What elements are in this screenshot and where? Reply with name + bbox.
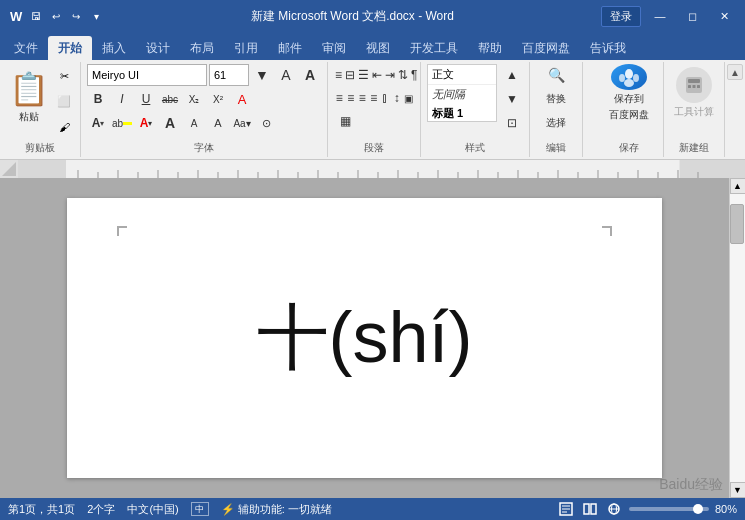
multilevel-button[interactable]: ☰ (357, 64, 370, 86)
scroll-up-arrow[interactable]: ▲ (730, 178, 746, 194)
shading-button[interactable]: ▣ (403, 87, 414, 109)
highlight-color-button[interactable]: ab (111, 112, 133, 134)
underline-button[interactable]: U (135, 88, 157, 110)
strikethrough-button[interactable]: abc (159, 88, 181, 110)
font-size-increase-button[interactable]: A (159, 112, 181, 134)
tab-insert[interactable]: 插入 (92, 36, 136, 60)
ribbon-collapse-area: ▲ (725, 62, 745, 157)
align-right-button[interactable]: ≡ (357, 87, 368, 109)
scroll-track[interactable] (730, 194, 745, 482)
save-baidu-label: 保存到 (614, 92, 644, 106)
style-scroll-up[interactable]: ▲ (501, 64, 523, 86)
zoom-slider[interactable] (629, 507, 709, 511)
font-name-input[interactable] (87, 64, 207, 86)
font-size-decrease-button[interactable]: A (183, 112, 205, 134)
ribbon-collapse-button[interactable]: ▲ (727, 64, 743, 80)
tab-mailings[interactable]: 邮件 (268, 36, 312, 60)
language-flag[interactable]: 中 (191, 502, 209, 516)
document-area: 十(shí) ▲ ▼ (0, 178, 745, 498)
document-content[interactable]: 十(shí) (257, 290, 473, 386)
tools-content: 工具计算 (670, 64, 718, 139)
svg-point-4 (633, 74, 639, 82)
superscript-button[interactable]: X² (207, 88, 229, 110)
borders-button[interactable]: ▦ (334, 110, 356, 132)
select-button[interactable]: 选择 (536, 112, 576, 134)
font-row2: B I U abc X₂ X² A (87, 88, 321, 110)
numbering-button[interactable]: ⊟ (344, 64, 356, 86)
ruler-corner[interactable] (0, 160, 18, 178)
minimize-button[interactable]: — (647, 6, 673, 26)
paste-button[interactable]: 📋 粘贴 (6, 64, 52, 130)
bullets-button[interactable]: ≡ (334, 64, 343, 86)
save-quick-icon[interactable]: 🖫 (28, 8, 44, 24)
read-mode-button[interactable] (581, 500, 599, 518)
font-row1: ▼ A A (87, 64, 321, 86)
tab-layout[interactable]: 布局 (180, 36, 224, 60)
format-painter-button[interactable]: 🖌 (54, 117, 74, 137)
paste-label: 粘贴 (19, 110, 39, 124)
style-scroll-down[interactable]: ▼ (501, 88, 523, 110)
tab-developer[interactable]: 开发工具 (400, 36, 468, 60)
show-marks-button[interactable]: ¶ (410, 64, 418, 86)
find-button[interactable]: 🔍 (536, 64, 576, 86)
restore-button[interactable]: ◻ (679, 6, 705, 26)
tab-review[interactable]: 审阅 (312, 36, 356, 60)
tab-view[interactable]: 视图 (356, 36, 400, 60)
scroll-thumb[interactable] (730, 204, 744, 244)
tab-tellme[interactable]: 告诉我 (580, 36, 636, 60)
tab-design[interactable]: 设计 (136, 36, 180, 60)
svg-point-5 (624, 79, 634, 87)
indent-increase-button[interactable]: ⇥ (384, 64, 396, 86)
redo-icon[interactable]: ↪ (68, 8, 84, 24)
text-effect-button[interactable]: A (207, 112, 229, 134)
svg-rect-9 (693, 85, 696, 88)
font-color-a-button[interactable]: A ▾ (135, 112, 157, 134)
horizontal-ruler (18, 160, 745, 178)
font-size-input[interactable] (209, 64, 249, 86)
style-selector[interactable]: 正文 无间隔 标题 1 (427, 64, 497, 122)
align-center-button[interactable]: ≡ (346, 87, 357, 109)
login-button[interactable]: 登录 (601, 6, 641, 27)
close-button[interactable]: ✕ (711, 6, 737, 26)
status-right-controls: 80% (557, 500, 737, 518)
undo-icon[interactable]: ↩ (48, 8, 64, 24)
save-to-baidu-button[interactable]: 保存到 百度网盘 (601, 64, 657, 122)
clear-format-button[interactable]: A (231, 88, 253, 110)
columns-button[interactable]: ⫿ (380, 87, 391, 109)
circle-format-button[interactable]: ⊙ (255, 112, 277, 134)
aa-button[interactable]: Aa▾ (231, 112, 253, 134)
decrease-font-button[interactable]: ▼ (251, 64, 273, 86)
baidu-save-group: 保存到 百度网盘 保存 (595, 62, 664, 157)
cut-button[interactable]: ✂ (54, 67, 74, 87)
accessibility-info[interactable]: ⚡ 辅助功能: 一切就绪 (221, 502, 332, 517)
scroll-down-arrow[interactable]: ▼ (730, 482, 746, 498)
replace-button[interactable]: 替换 (536, 88, 576, 110)
title-bar: W 🖫 ↩ ↪ ▾ 新建 Microsoft Word 文档.docx - Wo… (0, 0, 745, 32)
align-left-button[interactable]: ≡ (334, 87, 345, 109)
italic-button[interactable]: I (111, 88, 133, 110)
edit-group: 🔍 替换 选择 编辑 (530, 62, 583, 157)
tab-references[interactable]: 引用 (224, 36, 268, 60)
tab-home[interactable]: 开始 (48, 36, 92, 60)
bold-button[interactable]: B (87, 88, 109, 110)
tab-file[interactable]: 文件 (4, 36, 48, 60)
print-layout-button[interactable] (557, 500, 575, 518)
line-spacing-button[interactable]: ↕ (392, 87, 403, 109)
font-color-button[interactable]: A ▾ (87, 112, 109, 134)
indent-decrease-button[interactable]: ⇤ (371, 64, 383, 86)
font-size-down-button[interactable]: A (299, 64, 321, 86)
style-expand[interactable]: ⊡ (501, 112, 523, 134)
copy-button[interactable]: ⬜ (54, 92, 74, 112)
tab-help[interactable]: 帮助 (468, 36, 512, 60)
justify-button[interactable]: ≡ (369, 87, 380, 109)
svg-rect-53 (591, 504, 596, 514)
web-layout-button[interactable] (605, 500, 623, 518)
vertical-scrollbar[interactable]: ▲ ▼ (729, 178, 745, 498)
increase-font-button[interactable]: A (275, 64, 297, 86)
sort-button[interactable]: ⇅ (397, 64, 409, 86)
customize-icon[interactable]: ▾ (88, 8, 104, 24)
document-page[interactable]: 十(shí) (67, 198, 662, 478)
subscript-button[interactable]: X₂ (183, 88, 205, 110)
document-scroll[interactable]: 十(shí) (0, 178, 729, 498)
tab-baidu[interactable]: 百度网盘 (512, 36, 580, 60)
